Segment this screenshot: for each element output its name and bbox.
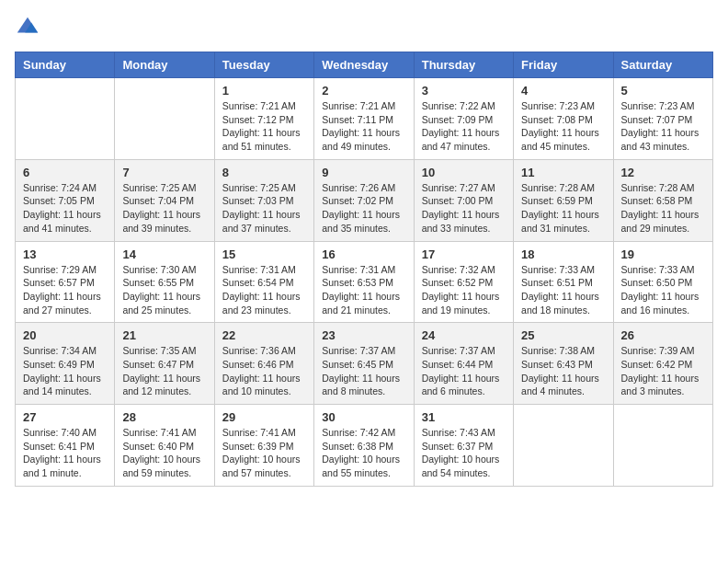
calendar-week-row: 20Sunrise: 7:34 AMSunset: 6:49 PMDayligh… [16, 323, 713, 405]
day-header-saturday: Saturday [613, 52, 712, 78]
calendar-cell: 14Sunrise: 7:30 AMSunset: 6:55 PMDayligh… [115, 241, 214, 323]
calendar-cell: 25Sunrise: 7:38 AMSunset: 6:43 PMDayligh… [514, 323, 613, 405]
day-info: Sunrise: 7:24 AMSunset: 7:05 PMDaylight:… [23, 181, 107, 236]
calendar-cell [514, 405, 613, 487]
calendar-cell: 23Sunrise: 7:37 AMSunset: 6:45 PMDayligh… [314, 323, 414, 405]
calendar-cell [613, 405, 712, 487]
day-number: 8 [222, 166, 306, 179]
day-info: Sunrise: 7:42 AMSunset: 6:38 PMDaylight:… [322, 426, 405, 480]
day-info: Sunrise: 7:21 AMSunset: 7:11 PMDaylight:… [322, 99, 405, 154]
calendar-cell [115, 78, 214, 160]
day-info: Sunrise: 7:33 AMSunset: 6:51 PMDaylight:… [521, 263, 605, 317]
day-info: Sunrise: 7:33 AMSunset: 6:50 PMDaylight:… [621, 263, 705, 317]
calendar-week-row: 13Sunrise: 7:29 AMSunset: 6:57 PMDayligh… [16, 241, 713, 323]
day-info: Sunrise: 7:31 AMSunset: 6:53 PMDaylight:… [322, 263, 405, 317]
day-header-wednesday: Wednesday [314, 52, 414, 78]
day-number: 20 [23, 328, 107, 342]
day-number: 18 [521, 247, 605, 261]
day-info: Sunrise: 7:29 AMSunset: 6:57 PMDaylight:… [23, 263, 107, 317]
page-header [15, 15, 713, 40]
day-info: Sunrise: 7:25 AMSunset: 7:04 PMDaylight:… [122, 181, 206, 236]
calendar-cell: 26Sunrise: 7:39 AMSunset: 6:42 PMDayligh… [613, 323, 712, 405]
day-info: Sunrise: 7:37 AMSunset: 6:45 PMDaylight:… [322, 344, 405, 398]
day-info: Sunrise: 7:25 AMSunset: 7:03 PMDaylight:… [222, 181, 306, 236]
day-number: 4 [521, 84, 605, 98]
calendar-cell: 31Sunrise: 7:43 AMSunset: 6:37 PMDayligh… [414, 405, 513, 487]
day-number: 11 [521, 166, 605, 179]
calendar-cell: 7Sunrise: 7:25 AMSunset: 7:04 PMDaylight… [115, 159, 214, 241]
day-info: Sunrise: 7:28 AMSunset: 6:58 PMDaylight:… [621, 181, 705, 236]
calendar-week-row: 6Sunrise: 7:24 AMSunset: 7:05 PMDaylight… [16, 159, 713, 241]
calendar-cell: 16Sunrise: 7:31 AMSunset: 6:53 PMDayligh… [314, 241, 414, 323]
day-number: 6 [23, 166, 107, 179]
day-info: Sunrise: 7:23 AMSunset: 7:08 PMDaylight:… [521, 99, 605, 154]
day-number: 26 [621, 328, 705, 342]
calendar-cell [16, 78, 115, 160]
calendar-header-row: SundayMondayTuesdayWednesdayThursdayFrid… [16, 52, 713, 78]
calendar-cell: 4Sunrise: 7:23 AMSunset: 7:08 PMDaylight… [514, 78, 613, 160]
day-number: 30 [322, 410, 405, 424]
day-number: 5 [621, 84, 705, 98]
day-number: 12 [621, 166, 705, 179]
calendar-week-row: 27Sunrise: 7:40 AMSunset: 6:41 PMDayligh… [16, 405, 713, 487]
calendar-cell: 19Sunrise: 7:33 AMSunset: 6:50 PMDayligh… [613, 241, 712, 323]
day-info: Sunrise: 7:26 AMSunset: 7:02 PMDaylight:… [322, 181, 405, 236]
calendar-cell: 28Sunrise: 7:41 AMSunset: 6:40 PMDayligh… [115, 405, 214, 487]
calendar-cell: 29Sunrise: 7:41 AMSunset: 6:39 PMDayligh… [214, 405, 313, 487]
day-header-tuesday: Tuesday [214, 52, 313, 78]
day-number: 3 [422, 84, 506, 98]
day-header-sunday: Sunday [16, 52, 115, 78]
day-info: Sunrise: 7:34 AMSunset: 6:49 PMDaylight:… [23, 344, 107, 398]
calendar-week-row: 1Sunrise: 7:21 AMSunset: 7:12 PMDaylight… [16, 78, 713, 160]
day-number: 9 [322, 166, 405, 179]
day-number: 19 [621, 247, 705, 261]
day-number: 28 [122, 410, 206, 424]
day-info: Sunrise: 7:22 AMSunset: 7:09 PMDaylight:… [422, 99, 506, 154]
calendar-cell: 3Sunrise: 7:22 AMSunset: 7:09 PMDaylight… [414, 78, 513, 160]
day-info: Sunrise: 7:35 AMSunset: 6:47 PMDaylight:… [122, 344, 206, 398]
day-info: Sunrise: 7:38 AMSunset: 6:43 PMDaylight:… [521, 344, 605, 398]
day-info: Sunrise: 7:41 AMSunset: 6:39 PMDaylight:… [222, 426, 306, 480]
day-number: 25 [521, 328, 605, 342]
calendar-cell: 30Sunrise: 7:42 AMSunset: 6:38 PMDayligh… [314, 405, 414, 487]
day-number: 17 [422, 247, 506, 261]
logo-icon [15, 15, 40, 40]
calendar-cell: 17Sunrise: 7:32 AMSunset: 6:52 PMDayligh… [414, 241, 513, 323]
calendar-cell: 18Sunrise: 7:33 AMSunset: 6:51 PMDayligh… [514, 241, 613, 323]
calendar-cell: 22Sunrise: 7:36 AMSunset: 6:46 PMDayligh… [214, 323, 313, 405]
day-number: 13 [23, 247, 107, 261]
day-info: Sunrise: 7:43 AMSunset: 6:37 PMDaylight:… [422, 426, 506, 480]
day-header-thursday: Thursday [414, 52, 513, 78]
day-info: Sunrise: 7:27 AMSunset: 7:00 PMDaylight:… [422, 181, 506, 236]
calendar-cell: 11Sunrise: 7:28 AMSunset: 6:59 PMDayligh… [514, 159, 613, 241]
day-info: Sunrise: 7:32 AMSunset: 6:52 PMDaylight:… [422, 263, 506, 317]
calendar-cell: 13Sunrise: 7:29 AMSunset: 6:57 PMDayligh… [16, 241, 115, 323]
day-info: Sunrise: 7:30 AMSunset: 6:55 PMDaylight:… [122, 263, 206, 317]
calendar-table: SundayMondayTuesdayWednesdayThursdayFrid… [15, 52, 713, 487]
day-info: Sunrise: 7:37 AMSunset: 6:44 PMDaylight:… [422, 344, 506, 398]
day-number: 7 [122, 166, 206, 179]
logo [15, 15, 44, 40]
day-number: 22 [222, 328, 306, 342]
calendar-cell: 15Sunrise: 7:31 AMSunset: 6:54 PMDayligh… [214, 241, 313, 323]
calendar-cell: 2Sunrise: 7:21 AMSunset: 7:11 PMDaylight… [314, 78, 414, 160]
day-number: 10 [422, 166, 506, 179]
day-number: 23 [322, 328, 405, 342]
calendar-cell: 8Sunrise: 7:25 AMSunset: 7:03 PMDaylight… [214, 159, 313, 241]
day-info: Sunrise: 7:31 AMSunset: 6:54 PMDaylight:… [222, 263, 306, 317]
day-info: Sunrise: 7:39 AMSunset: 6:42 PMDaylight:… [621, 344, 705, 398]
calendar-cell: 27Sunrise: 7:40 AMSunset: 6:41 PMDayligh… [16, 405, 115, 487]
calendar-cell: 20Sunrise: 7:34 AMSunset: 6:49 PMDayligh… [16, 323, 115, 405]
day-header-monday: Monday [115, 52, 214, 78]
calendar-cell: 21Sunrise: 7:35 AMSunset: 6:47 PMDayligh… [115, 323, 214, 405]
calendar-cell: 10Sunrise: 7:27 AMSunset: 7:00 PMDayligh… [414, 159, 513, 241]
day-info: Sunrise: 7:41 AMSunset: 6:40 PMDaylight:… [122, 426, 206, 480]
day-number: 15 [222, 247, 306, 261]
day-header-friday: Friday [514, 52, 613, 78]
calendar-cell: 5Sunrise: 7:23 AMSunset: 7:07 PMDaylight… [613, 78, 712, 160]
day-number: 16 [322, 247, 405, 261]
day-number: 27 [23, 410, 107, 424]
day-number: 29 [222, 410, 306, 424]
day-info: Sunrise: 7:40 AMSunset: 6:41 PMDaylight:… [23, 426, 107, 480]
calendar-cell: 24Sunrise: 7:37 AMSunset: 6:44 PMDayligh… [414, 323, 513, 405]
